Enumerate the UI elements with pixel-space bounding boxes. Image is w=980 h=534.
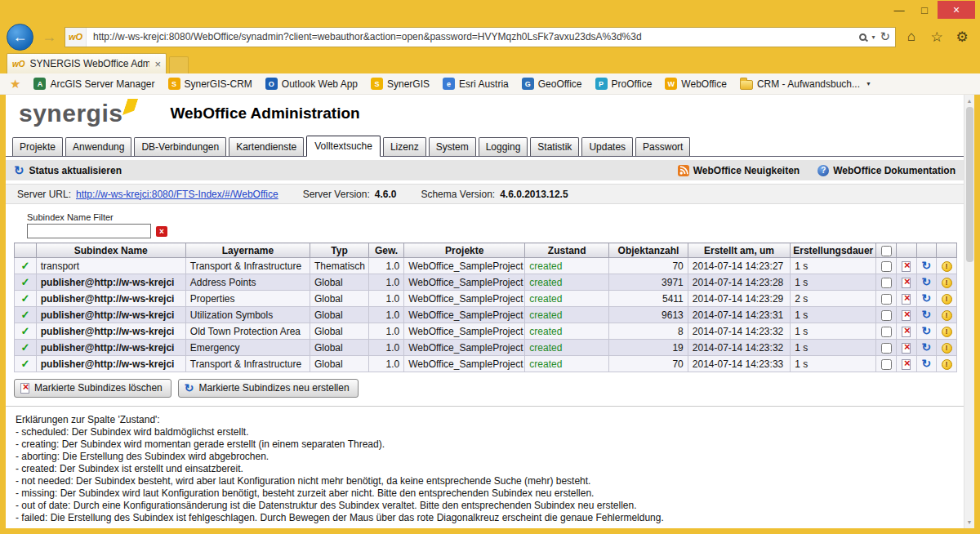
row-checkbox[interactable] <box>881 359 892 370</box>
cell-recreate: ↻ <box>916 291 937 307</box>
recreate-subindex-icon[interactable]: ↻ <box>921 324 931 337</box>
tab-anwendung[interactable]: Anwendung <box>65 137 131 156</box>
cell-zustand: created <box>525 356 609 372</box>
warning-info-icon[interactable]: ! <box>942 278 952 288</box>
cell-projekte: WebOffice_SampleProject <box>404 340 525 356</box>
favorite-item-geooffice[interactable]: GGeoOffice <box>522 78 582 90</box>
add-favorite-star-icon[interactable]: ★ <box>10 77 20 91</box>
recreate-subindex-icon[interactable]: ↻ <box>921 275 931 288</box>
cell-layername: Utilization Symbols <box>185 307 310 323</box>
delete-subindex-icon[interactable] <box>902 327 911 337</box>
server-version-value: 4.6.0 <box>375 189 397 200</box>
row-checkbox[interactable] <box>881 261 892 272</box>
delete-subindex-icon[interactable] <box>902 261 911 272</box>
recreate-subindex-icon[interactable]: ↻ <box>921 340 931 354</box>
cell-recreate: ↻ <box>916 274 937 291</box>
warning-info-icon[interactable]: ! <box>942 327 952 337</box>
explanation-line: - created: Der Subindex ist erstellt und… <box>16 463 954 475</box>
tab-title: SYNERGIS WebOffice Admi... <box>30 58 150 69</box>
search-icon[interactable] <box>859 33 866 41</box>
delete-subindex-icon[interactable] <box>902 310 911 321</box>
warning-info-icon[interactable]: ! <box>942 343 952 354</box>
tab-close-icon[interactable]: × <box>154 58 161 70</box>
minimize-button[interactable]: — <box>887 1 911 19</box>
server-url-link[interactable]: http://w-ws-krejci:8080/FTS-Index/#/WebO… <box>76 189 278 200</box>
browser-tab[interactable]: wO SYNERGIS WebOffice Admi... × <box>7 53 167 73</box>
tab-lizenz[interactable]: Lizenz <box>383 137 426 156</box>
refresh-icon: ↻ <box>14 164 24 176</box>
cell-erstellungsdauer: 1 s <box>791 274 876 291</box>
table-row: ✓transportTransport & InfrastructureThem… <box>15 258 957 274</box>
favorite-item-arcgis-server-manager[interactable]: AArcGIS Server Manager <box>33 78 154 90</box>
url-text[interactable]: http://w-ws-krejci:8080/WebOffice/synadm… <box>87 31 859 42</box>
tab-passwort[interactable]: Passwort <box>635 137 690 156</box>
warning-info-icon[interactable]: ! <box>942 359 952 370</box>
table-header-row: Subindex NameLayernameTypGew.ProjekteZus… <box>15 243 957 258</box>
select-all-checkbox[interactable] <box>881 246 892 256</box>
header-subindex-name: Subindex Name <box>36 243 185 258</box>
delete-subindex-icon[interactable] <box>902 359 911 370</box>
subindex-filter-input[interactable] <box>27 224 151 238</box>
clear-filter-icon[interactable]: × <box>156 226 167 237</box>
tab-logging[interactable]: Logging <box>479 137 528 156</box>
delete-subindex-icon[interactable] <box>902 278 911 288</box>
scrollbar-thumb[interactable] <box>966 107 973 262</box>
header-status <box>15 243 37 258</box>
recreate-subindex-icon[interactable]: ↻ <box>921 308 931 321</box>
recreate-subindex-icon[interactable]: ↻ <box>921 357 931 370</box>
search-caret-icon[interactable]: ▾ <box>871 33 875 41</box>
tab-db-verbindungen[interactable]: DB-Verbindungen <box>134 137 226 156</box>
recreate-selected-button[interactable]: ↻ Markierte Subindizes neu erstellen <box>178 379 359 398</box>
tab-statistik[interactable]: Statistik <box>530 137 579 156</box>
delete-selected-button[interactable]: Markierte Subindizes löschen <box>14 379 172 398</box>
tab-kartendienste[interactable]: Kartendienste <box>229 137 304 156</box>
maximize-button[interactable]: □ <box>912 1 937 19</box>
favorite-item-synergis[interactable]: SSynerGIS <box>371 78 430 90</box>
scroll-down-icon[interactable]: ▼ <box>967 518 973 528</box>
table-row: ✓publisher@http://w-ws-krejciAddress Poi… <box>15 274 957 291</box>
row-checkbox[interactable] <box>881 343 892 354</box>
row-checkbox[interactable] <box>881 294 892 305</box>
site-favicon: O <box>265 78 278 90</box>
recreate-subindex-icon[interactable]: ↻ <box>921 291 931 305</box>
row-checkbox[interactable] <box>881 278 892 288</box>
delete-subindex-icon[interactable] <box>902 294 911 305</box>
close-button[interactable]: × <box>938 1 975 19</box>
warning-info-icon[interactable]: ! <box>942 294 952 305</box>
tab-projekte[interactable]: Projekte <box>12 137 63 156</box>
favorite-item-esri-austria[interactable]: eEsri Austria <box>443 78 509 90</box>
cell-delete <box>896 291 916 307</box>
back-button[interactable]: ← <box>7 24 33 51</box>
tab-updates[interactable]: Updates <box>581 137 633 156</box>
warning-info-icon[interactable]: ! <box>942 261 952 272</box>
docs-link[interactable]: ? WebOffice Dokumentation <box>817 165 956 176</box>
row-checkbox[interactable] <box>881 327 892 337</box>
favorite-item-outlook-web-app[interactable]: OOutlook Web App <box>265 78 358 90</box>
favorite-item-prooffice[interactable]: PProOffice <box>595 78 653 90</box>
news-link[interactable]: WebOffice Neuigkeiten <box>678 165 800 176</box>
favorite-label: ProOffice <box>612 78 653 90</box>
tab-volltextsuche[interactable]: Volltextsuche <box>306 136 381 157</box>
address-bar[interactable]: wO http://w-ws-krejci:8080/WebOffice/syn… <box>65 27 896 47</box>
new-tab-button[interactable] <box>169 56 189 73</box>
favorites-star-icon[interactable]: ☆ <box>927 29 947 46</box>
cell-erstellt-am: 2014-07-14 14:23:32 <box>688 323 790 340</box>
refresh-page-icon[interactable]: ↻ <box>880 29 890 44</box>
warning-info-icon[interactable]: ! <box>942 310 952 321</box>
favorite-item-weboffice[interactable]: WWebOffice <box>665 78 727 90</box>
favorite-label: SynerGIS <box>387 78 430 90</box>
favorite-item-crm-aufwandsbuch[interactable]: CRM - Aufwandsbuch...▼ <box>740 78 871 90</box>
refresh-status-button[interactable]: ↻ Status aktualisieren <box>14 164 122 176</box>
favorite-item-synergis-crm[interactable]: SSynerGIS-CRM <box>168 78 252 90</box>
vertical-scrollbar[interactable]: ▲ ▼ <box>964 95 974 528</box>
home-icon[interactable]: ⌂ <box>902 29 921 45</box>
filter-area: Subindex Name Filter × <box>27 212 964 238</box>
row-checkbox[interactable] <box>881 310 892 321</box>
delete-subindex-icon[interactable] <box>902 343 911 354</box>
scroll-up-icon[interactable]: ▲ <box>967 95 973 105</box>
cell-delete <box>896 258 916 274</box>
settings-gear-icon[interactable]: ⚙ <box>952 29 972 46</box>
tab-system[interactable]: System <box>429 137 476 156</box>
recreate-subindex-icon[interactable]: ↻ <box>921 259 931 272</box>
forward-button[interactable]: → <box>39 27 59 47</box>
